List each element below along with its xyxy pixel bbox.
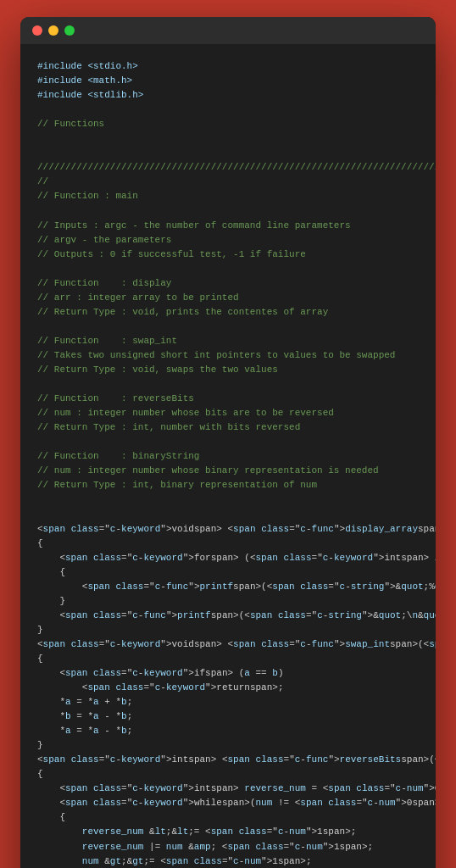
code-line: { bbox=[37, 810, 419, 825]
code-line bbox=[37, 435, 419, 449]
code-line bbox=[37, 262, 419, 276]
code-line: // num : integer number whose bits are t… bbox=[37, 406, 419, 420]
code-line: <span class="c-keyword">voidspan> <span … bbox=[37, 522, 419, 537]
code-line bbox=[37, 320, 419, 334]
code-line: <span class="c-keyword">voidspan> <span … bbox=[37, 637, 419, 652]
code-line: *a = *a - *b; bbox=[37, 724, 419, 738]
code-line: // Inputs : argc - the number of command… bbox=[37, 219, 419, 233]
code-line: #include <stdlib.h> bbox=[37, 88, 419, 103]
code-line: *a = *a + *b; bbox=[37, 695, 419, 709]
code-line: } bbox=[37, 738, 419, 753]
code-line: // Return Type : void, prints the conten… bbox=[37, 305, 419, 320]
code-line: // bbox=[37, 175, 419, 189]
code-line: *b = *a - *b; bbox=[37, 709, 419, 724]
code-line: ////////////////////////////////////////… bbox=[37, 160, 419, 175]
code-line bbox=[37, 377, 419, 392]
code-line: // Return Type : int, binary representat… bbox=[37, 478, 419, 492]
code-line: // Function : swap_int bbox=[37, 334, 419, 348]
code-line: { bbox=[37, 767, 419, 782]
code-line: // argv - the parameters bbox=[37, 233, 419, 248]
code-line: <span class="c-keyword">intspan> <span c… bbox=[37, 753, 419, 767]
code-line: { bbox=[37, 565, 419, 580]
code-line: #include <math.h> bbox=[37, 74, 419, 88]
code-line: <span class="c-keyword">returnspan>; bbox=[37, 681, 419, 695]
close-button[interactable] bbox=[32, 25, 42, 36]
code-line: <span class="c-keyword">ifspan> (a == b) bbox=[37, 666, 419, 681]
code-line: { bbox=[37, 652, 419, 666]
code-line: reverse_num &lt;&lt;= <span class="c-num… bbox=[37, 825, 419, 839]
code-line: // Takes two unsigned short int pointers… bbox=[37, 348, 419, 363]
code-line bbox=[37, 203, 419, 218]
code-line: <span class="c-keyword">whilespan>(num !… bbox=[37, 796, 419, 810]
code-line: <span class="c-func">printfspan>(<span c… bbox=[37, 609, 419, 623]
code-line bbox=[37, 131, 419, 146]
code-line: // Function : main bbox=[37, 189, 419, 203]
code-line: // Return Type : void, swaps the two val… bbox=[37, 363, 419, 377]
code-line: num &gt;&gt;= <span class="c-num">1span>… bbox=[37, 854, 419, 868]
maximize-button[interactable] bbox=[64, 25, 75, 36]
code-line: <span class="c-func">printfspan>(<span c… bbox=[37, 580, 419, 594]
code-line: <span class="c-keyword">forspan> (<span … bbox=[37, 551, 419, 565]
code-line bbox=[37, 507, 419, 521]
code-line bbox=[37, 492, 419, 507]
code-line: // Functions bbox=[37, 117, 419, 131]
code-line: // Return Type : int, number with bits r… bbox=[37, 420, 419, 435]
code-line bbox=[37, 146, 419, 160]
code-line: // Outputs : 0 if successful test, -1 if… bbox=[37, 248, 419, 262]
code-line: // Function : binaryString bbox=[37, 449, 419, 464]
code-line: // Function : display bbox=[37, 276, 419, 291]
code-line: reverse_num |= num &amp; <span class="c-… bbox=[37, 840, 419, 854]
titlebar bbox=[20, 17, 436, 44]
code-window: #include <stdio.h> #include <math.h> #in… bbox=[20, 17, 436, 868]
code-line: // arr : integer array to be printed bbox=[37, 291, 419, 305]
code-line: // Function : reverseBits bbox=[37, 392, 419, 406]
code-line: #include <stdio.h> bbox=[37, 59, 419, 74]
code-line: // num : integer number whose binary rep… bbox=[37, 464, 419, 478]
minimize-button[interactable] bbox=[48, 25, 58, 36]
code-line: } bbox=[37, 594, 419, 609]
code-line: } bbox=[37, 623, 419, 637]
code-line: <span class="c-keyword">intspan> reverse… bbox=[37, 782, 419, 796]
code-line bbox=[37, 103, 419, 117]
code-editor[interactable]: #include <stdio.h> #include <math.h> #in… bbox=[20, 44, 436, 868]
code-line: { bbox=[37, 537, 419, 551]
